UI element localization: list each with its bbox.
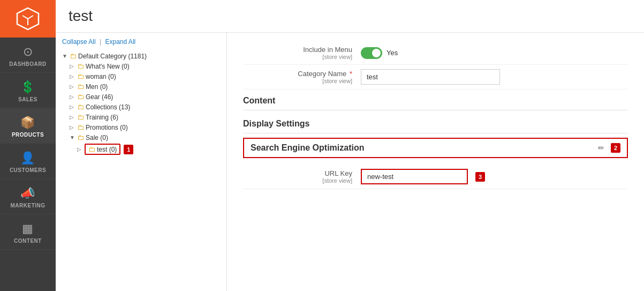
expand-icon-training[interactable]: ▷ bbox=[70, 114, 77, 120]
node-label-promotions: Promotions (0) bbox=[86, 124, 128, 131]
sidebar-item-dashboard[interactable]: ⊙ DASHBOARD bbox=[0, 38, 56, 73]
seo-badge: 2 bbox=[611, 143, 620, 153]
sidebar-item-dashboard-label: DASHBOARD bbox=[9, 61, 47, 67]
folder-icon-sale: 🗀 bbox=[77, 133, 84, 141]
tree-node-whats-new[interactable]: ▷ 🗀 What's New (0) bbox=[70, 61, 220, 71]
node-label-gear: Gear (46) bbox=[86, 93, 113, 101]
folder-icon-woman: 🗀 bbox=[77, 72, 84, 80]
category-name-label: Category Name * [store view] bbox=[243, 70, 361, 84]
customers-icon: 👤 bbox=[20, 151, 35, 165]
folder-icon-training: 🗀 bbox=[77, 113, 84, 121]
toggle-wrap: Yes bbox=[361, 47, 398, 59]
tree-actions: Collapse All | Expand All bbox=[62, 38, 220, 46]
test-node-badge: 1 bbox=[124, 145, 133, 154]
folder-icon-test: 🗀 bbox=[88, 145, 95, 153]
sidebar-logo bbox=[0, 0, 56, 38]
sidebar-item-products-label: PRODUCTS bbox=[12, 132, 44, 138]
tree-node-default-category[interactable]: ▼ 🗀 Default Category (1181) bbox=[62, 51, 220, 61]
url-key-badge: 3 bbox=[475, 172, 485, 182]
sidebar-item-content-label: CONTENT bbox=[14, 238, 42, 244]
include-in-menu-store-view: [store view] bbox=[243, 54, 352, 60]
tree-node-men[interactable]: ▷ 🗀 Men (0) bbox=[70, 81, 220, 92]
main-area: test Collapse All | Expand All ▼ 🗀 Defau… bbox=[56, 0, 644, 291]
display-settings-section-header[interactable]: Display Settings bbox=[243, 113, 628, 133]
include-in-menu-value: Yes bbox=[361, 47, 628, 59]
action-separator: | bbox=[100, 38, 103, 46]
content-icon: ▦ bbox=[22, 222, 34, 236]
expand-icon-gear[interactable]: ▷ bbox=[70, 94, 77, 100]
folder-icon-collections: 🗀 bbox=[77, 103, 84, 111]
node-label-test: test (0) bbox=[97, 146, 117, 153]
include-in-menu-toggle[interactable] bbox=[361, 47, 382, 59]
tree-node-test[interactable]: ▷ 🗀 test (0) 1 bbox=[77, 143, 220, 156]
sidebar-item-products[interactable]: 📦 PRODUCTS bbox=[0, 108, 56, 144]
expand-icon-whats-new[interactable]: ▷ bbox=[70, 63, 77, 69]
expand-icon-sale[interactable]: ▼ bbox=[70, 135, 77, 140]
node-label-men: Men (0) bbox=[86, 83, 108, 91]
page-header: test bbox=[56, 0, 644, 33]
url-key-store-view: [store view] bbox=[243, 177, 352, 184]
sidebar-item-marketing-label: MARKETING bbox=[10, 203, 45, 208]
expand-icon-default[interactable]: ▼ bbox=[62, 53, 70, 59]
tree-children-sale: ▷ 🗀 test (0) 1 bbox=[77, 143, 220, 156]
expand-icon-promotions[interactable]: ▷ bbox=[70, 124, 77, 130]
include-in-menu-toggle-label: Yes bbox=[387, 49, 398, 57]
required-star: * bbox=[350, 70, 352, 78]
folder-icon-gear: 🗀 bbox=[77, 93, 84, 101]
folder-icon-default: 🗀 bbox=[70, 52, 77, 60]
category-tree-panel: Collapse All | Expand All ▼ 🗀 Default Ca… bbox=[56, 33, 227, 291]
folder-icon-whats-new: 🗀 bbox=[77, 62, 84, 70]
sidebar-item-sales-label: SALES bbox=[18, 96, 37, 102]
tree-node-promotions[interactable]: ▷ 🗀 Promotions (0) bbox=[70, 122, 220, 132]
sidebar-item-content[interactable]: ▦ CONTENT bbox=[0, 214, 56, 250]
expand-icon-woman[interactable]: ▷ bbox=[70, 73, 77, 79]
sidebar-item-customers-label: CUSTOMERS bbox=[10, 167, 46, 173]
seo-edit-icon[interactable]: ✏ bbox=[598, 144, 604, 152]
url-key-label: URL Key [store view] bbox=[243, 169, 361, 184]
tree-node-gear[interactable]: ▷ 🗀 Gear (46) bbox=[70, 92, 220, 102]
sales-icon: 💲 bbox=[20, 80, 35, 94]
url-key-input[interactable] bbox=[361, 169, 468, 184]
content-area: Collapse All | Expand All ▼ 🗀 Default Ca… bbox=[56, 33, 644, 291]
expand-icon-test[interactable]: ▷ bbox=[77, 146, 85, 152]
folder-icon-men: 🗀 bbox=[77, 83, 84, 91]
category-name-value bbox=[361, 69, 628, 85]
sidebar-item-marketing[interactable]: 📣 MARKETING bbox=[0, 179, 56, 214]
tree-node-training[interactable]: ▷ 🗀 Training (6) bbox=[70, 112, 220, 122]
expand-icon-men[interactable]: ▷ bbox=[70, 84, 77, 89]
url-key-value: 3 bbox=[361, 169, 628, 184]
seo-section-title: Search Engine Optimization bbox=[251, 143, 364, 153]
tree-node-woman[interactable]: ▷ 🗀 woman (0) bbox=[70, 71, 220, 81]
include-in-menu-label: Include in Menu [store view] bbox=[243, 46, 361, 60]
node-label-training: Training (6) bbox=[86, 114, 118, 121]
tree-node-collections[interactable]: ▷ 🗀 Collections (13) bbox=[70, 102, 220, 112]
node-label-default-category: Default Category (1181) bbox=[78, 53, 147, 60]
tree-children-default: ▷ 🗀 What's New (0) ▷ 🗀 woman (0) ▷ 🗀 bbox=[70, 61, 220, 156]
url-key-row: URL Key [store view] 3 bbox=[243, 165, 628, 189]
content-section-header[interactable]: Content bbox=[243, 89, 628, 110]
sidebar-item-customers[interactable]: 👤 CUSTOMERS bbox=[0, 144, 56, 179]
category-name-input[interactable] bbox=[361, 69, 500, 85]
dashboard-icon: ⊙ bbox=[23, 45, 33, 59]
marketing-icon: 📣 bbox=[20, 186, 35, 200]
page-title: test bbox=[69, 8, 631, 25]
seo-section-header[interactable]: Search Engine Optimization ✏ 2 bbox=[243, 138, 628, 158]
category-name-store-view: [store view] bbox=[243, 78, 352, 84]
sidebar-item-sales[interactable]: 💲 SALES bbox=[0, 73, 56, 108]
folder-icon-promotions: 🗀 bbox=[77, 123, 84, 131]
category-name-row: Category Name * [store view] bbox=[243, 65, 628, 89]
tree-root: ▼ 🗀 Default Category (1181) ▷ 🗀 What's N… bbox=[62, 51, 220, 156]
node-label-collections: Collections (13) bbox=[86, 103, 130, 111]
expand-all-link[interactable]: Expand All bbox=[105, 38, 136, 46]
right-panel: Include in Menu [store view] Yes Categor… bbox=[227, 33, 644, 291]
node-label-whats-new: What's New (0) bbox=[86, 63, 130, 70]
node-label-woman: woman (0) bbox=[86, 73, 116, 80]
collapse-all-link[interactable]: Collapse All bbox=[62, 38, 96, 46]
node-label-sale: Sale (0) bbox=[86, 134, 108, 141]
expand-icon-collections[interactable]: ▷ bbox=[70, 104, 77, 110]
tree-node-sale[interactable]: ▼ 🗀 Sale (0) bbox=[70, 132, 220, 143]
include-in-menu-row: Include in Menu [store view] Yes bbox=[243, 41, 628, 65]
sidebar: ⊙ DASHBOARD 💲 SALES 📦 PRODUCTS 👤 CUSTOME… bbox=[0, 0, 56, 291]
products-icon: 📦 bbox=[20, 116, 35, 130]
